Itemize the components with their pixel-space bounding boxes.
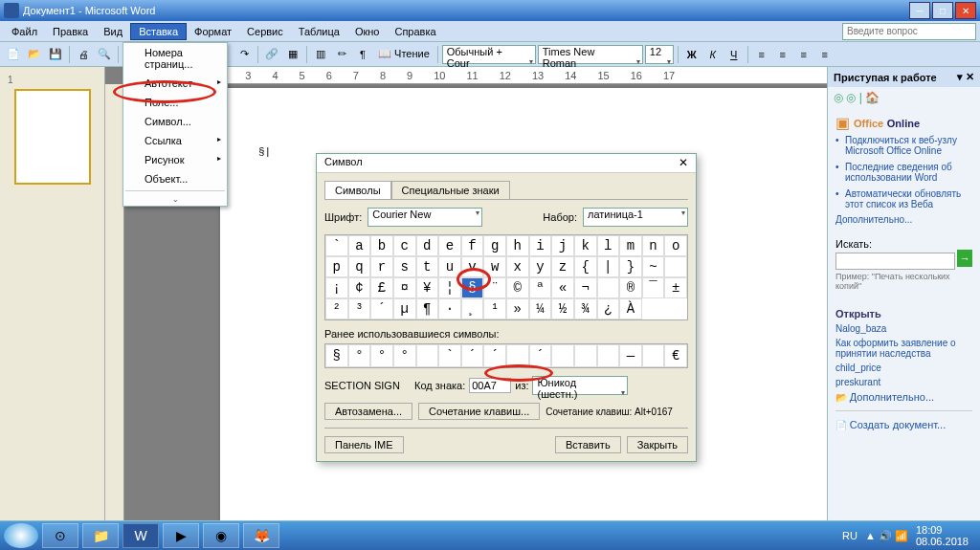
symbol-cell[interactable]: ³ xyxy=(348,298,371,319)
taskbar-firefox[interactable]: 🦊 xyxy=(243,523,279,548)
symbol-cell[interactable]: ¡ xyxy=(325,277,348,298)
taskpane-link[interactable]: Последние сведения об использовании Word xyxy=(835,159,972,186)
preview-icon[interactable]: 🔍 xyxy=(95,45,114,64)
menuitem-6[interactable]: Объект... xyxy=(123,169,227,188)
symbol-cell[interactable]: v xyxy=(461,256,484,277)
taskbar-media[interactable]: ▶ xyxy=(163,523,199,548)
recent-file-link[interactable]: Как оформить заявление о принятии наслед… xyxy=(835,336,972,361)
symbol-cell[interactable]: § xyxy=(461,277,484,298)
symbol-cell[interactable]: | xyxy=(597,256,620,277)
font-combo[interactable]: Times New Roman xyxy=(538,45,643,64)
symbol-cell[interactable]: o xyxy=(664,235,687,256)
symbol-cell[interactable]: u xyxy=(438,256,461,277)
taskbar-word[interactable]: W xyxy=(122,523,159,548)
expand-menu-icon[interactable]: ⌄ xyxy=(123,193,227,206)
bold-icon[interactable]: Ж xyxy=(682,45,702,64)
symbol-cell[interactable]: ½ xyxy=(551,298,574,319)
symbol-cell[interactable]: £ xyxy=(370,277,393,298)
menuitem-4[interactable]: Ссылка xyxy=(123,131,227,150)
symbol-cell[interactable]: s xyxy=(393,256,416,277)
recent-file-link[interactable]: Nalog_baza xyxy=(835,321,972,336)
symbol-cell[interactable]: e xyxy=(438,235,461,256)
symbol-cell[interactable]: ® xyxy=(619,277,642,298)
close-button[interactable]: ✕ xyxy=(955,2,976,19)
create-doc-link[interactable]: 📄 Создать документ... xyxy=(835,417,972,432)
recent-symbol[interactable]: — xyxy=(619,344,642,367)
symbol-cell[interactable]: g xyxy=(483,235,506,256)
symbol-cell[interactable]: } xyxy=(619,256,642,277)
symbol-cell[interactable]: ¦ xyxy=(438,277,461,298)
more-files-link[interactable]: 📂 Дополнительно... xyxy=(835,389,972,405)
tab-special-chars[interactable]: Специальные знаки xyxy=(391,181,510,199)
symbol-cell[interactable]: l xyxy=(597,235,620,256)
menu-Таблица[interactable]: Таблица xyxy=(291,24,347,39)
symbol-cell[interactable]: n xyxy=(642,235,665,256)
symbol-cell[interactable]: h xyxy=(506,235,529,256)
drawing-icon[interactable]: ✏ xyxy=(332,45,351,64)
symbol-cell[interactable]: ¹ xyxy=(483,298,506,319)
symbol-cell[interactable]: j xyxy=(551,235,574,256)
style-combo[interactable]: Обычный + Cour xyxy=(442,45,536,64)
menu-Сервис[interactable]: Сервис xyxy=(239,24,291,39)
read-mode-button[interactable]: 📖 Чтение xyxy=(374,48,434,60)
symbol-cell[interactable]: p xyxy=(325,256,348,277)
menuitem-2[interactable]: Поле... xyxy=(123,93,227,112)
recent-symbol[interactable]: ´ xyxy=(483,344,506,367)
search-input[interactable] xyxy=(835,253,955,270)
start-button[interactable] xyxy=(4,523,38,548)
symbol-cell[interactable]: ¬ xyxy=(574,277,597,298)
taskbar-chrome[interactable]: ◉ xyxy=(203,523,239,548)
symbol-cell[interactable]: { xyxy=(574,256,597,277)
symbol-cell[interactable]: z xyxy=(551,256,574,277)
vertical-ruler[interactable] xyxy=(105,84,124,520)
symbol-grid[interactable]: `abcdefghijklmnopqrstuvwxyz{|}~ ¡¢£¤¥¦§¨… xyxy=(324,234,688,320)
shortcut-button[interactable]: Сочетание клавиш... xyxy=(418,403,540,420)
recent-symbol[interactable] xyxy=(416,344,439,367)
new-icon[interactable]: 📄 xyxy=(4,45,23,64)
menu-Вставка[interactable]: Вставка xyxy=(130,23,187,40)
symbol-cell[interactable]: w xyxy=(483,256,506,277)
symbol-cell[interactable]: t xyxy=(416,256,439,277)
recent-file-link[interactable]: child_price xyxy=(835,361,972,375)
symbol-cell[interactable]: m xyxy=(619,235,642,256)
symbol-cell[interactable]: k xyxy=(574,235,597,256)
recent-symbol[interactable] xyxy=(574,344,597,367)
tab-symbols[interactable]: Символы xyxy=(324,181,391,199)
symbol-cell[interactable]: ¨ xyxy=(483,277,506,298)
symbol-cell[interactable]: ¸ xyxy=(461,298,484,319)
symbol-cell[interactable]: y xyxy=(529,256,552,277)
align-left-icon[interactable]: ≡ xyxy=(752,45,771,64)
symbol-cell[interactable]: ¾ xyxy=(574,298,597,319)
tray-date[interactable]: 08.06.2018 xyxy=(916,536,969,547)
menu-Окно[interactable]: Окно xyxy=(347,24,388,39)
menuitem-0[interactable]: Номера страниц... xyxy=(123,43,227,74)
recent-symbol[interactable]: ° xyxy=(393,344,416,367)
save-icon[interactable]: 💾 xyxy=(46,45,65,64)
recent-symbol[interactable]: § xyxy=(325,344,348,367)
recent-symbol[interactable] xyxy=(551,344,574,367)
open-icon[interactable]: 📂 xyxy=(25,45,44,64)
recent-symbol[interactable] xyxy=(642,344,665,367)
menu-Справка[interactable]: Справка xyxy=(387,24,443,39)
underline-icon[interactable]: Ч xyxy=(724,45,744,64)
search-go-button[interactable]: → xyxy=(957,250,972,267)
menuitem-5[interactable]: Рисунок xyxy=(123,150,227,169)
taskpane-link[interactable]: Подключиться к веб-узлу Microsoft Office… xyxy=(835,132,972,159)
redo-icon[interactable]: ↷ xyxy=(234,45,254,64)
menu-Правка[interactable]: Правка xyxy=(45,24,96,39)
close-dialog-button[interactable]: Закрыть xyxy=(627,436,688,453)
code-input[interactable] xyxy=(469,378,511,393)
recent-symbol[interactable]: ° xyxy=(348,344,371,367)
symbol-cell[interactable]: « xyxy=(551,277,574,298)
symbol-cell[interactable]: c xyxy=(393,235,416,256)
justify-icon[interactable]: ≡ xyxy=(815,45,835,64)
recent-file-link[interactable]: preskurant xyxy=(835,375,972,389)
symbol-cell[interactable]: ± xyxy=(664,277,687,298)
menu-Файл[interactable]: Файл xyxy=(4,24,45,39)
symbol-cell[interactable]: ¤ xyxy=(393,277,416,298)
menu-Формат[interactable]: Формат xyxy=(187,24,239,39)
taskpane-nav[interactable]: ◎ ◎ | 🏠 xyxy=(828,87,980,108)
symbol-cell[interactable]: À xyxy=(619,298,642,319)
menu-Вид[interactable]: Вид xyxy=(96,24,130,39)
taskpane-link[interactable]: Автоматически обновлять этот список из В… xyxy=(835,186,972,212)
